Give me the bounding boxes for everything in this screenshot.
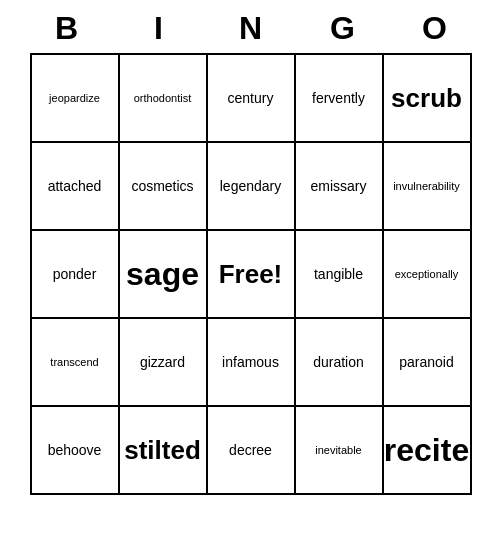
cell-r4-c4: recite [384, 407, 472, 495]
cell-r4-c1: stilted [120, 407, 208, 495]
header-letter-I: I [115, 10, 203, 47]
cell-r1-c3: emissary [296, 143, 384, 231]
header-letter-B: B [23, 10, 111, 47]
header-letter-N: N [207, 10, 295, 47]
cell-r4-c2: decree [208, 407, 296, 495]
cell-r2-c2: Free! [208, 231, 296, 319]
cell-r2-c4: exceptionally [384, 231, 472, 319]
cell-r2-c3: tangible [296, 231, 384, 319]
cell-r0-c3: fervently [296, 55, 384, 143]
cell-r3-c3: duration [296, 319, 384, 407]
cell-r0-c0: jeopardize [32, 55, 120, 143]
cell-r3-c0: transcend [32, 319, 120, 407]
bingo-grid: jeopardizeorthodontistcenturyferventlysc… [30, 53, 472, 495]
cell-r3-c2: infamous [208, 319, 296, 407]
cell-r3-c4: paranoid [384, 319, 472, 407]
cell-r1-c1: cosmetics [120, 143, 208, 231]
cell-r4-c3: inevitable [296, 407, 384, 495]
cell-r3-c1: gizzard [120, 319, 208, 407]
header-letter-O: O [391, 10, 479, 47]
cell-r0-c2: century [208, 55, 296, 143]
bingo-header: BINGO [21, 0, 481, 53]
cell-r0-c4: scrub [384, 55, 472, 143]
cell-r0-c1: orthodontist [120, 55, 208, 143]
header-letter-G: G [299, 10, 387, 47]
cell-r4-c0: behoove [32, 407, 120, 495]
cell-r2-c1: sage [120, 231, 208, 319]
cell-r1-c0: attached [32, 143, 120, 231]
cell-r1-c2: legendary [208, 143, 296, 231]
cell-r2-c0: ponder [32, 231, 120, 319]
cell-r1-c4: invulnerability [384, 143, 472, 231]
